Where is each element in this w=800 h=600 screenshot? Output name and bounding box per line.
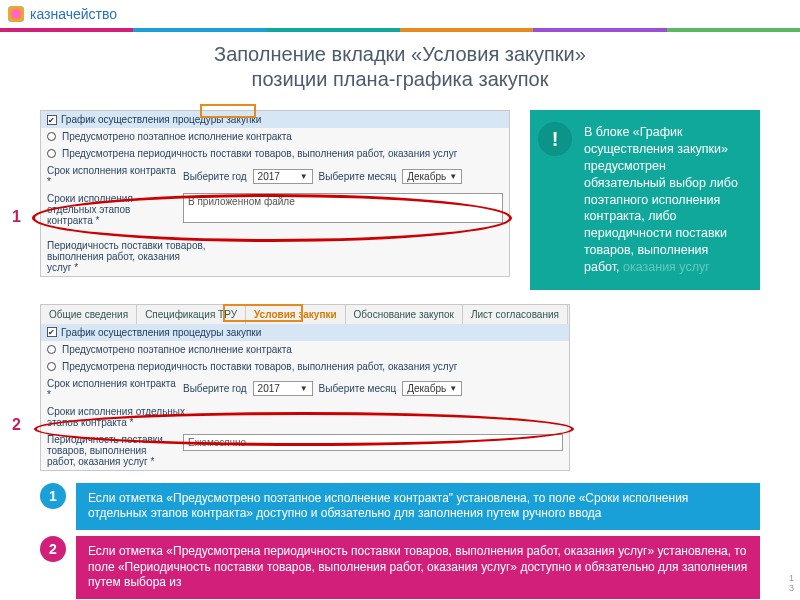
slide-number-b: 3 [789, 584, 794, 594]
note-1-text: Если отметка «Предусмотрено поэтапное ис… [76, 483, 760, 530]
marker-2: 2 [12, 416, 21, 434]
note-1: 1 Если отметка «Предусмотрено поэтапное … [40, 483, 760, 530]
tab-approval[interactable]: Лист согласования [463, 305, 568, 324]
screenshot-1: График осуществления процедуры закупки П… [40, 110, 510, 290]
info-text: В блоке «График осуществления закупки» п… [584, 125, 738, 274]
tab-general[interactable]: Общие сведения [41, 305, 137, 324]
note-2: 2 Если отметка «Предусмотрена периодично… [40, 536, 760, 599]
shot1-header: График осуществления процедуры закупки [41, 111, 509, 128]
year-select[interactable]: 2017▼ [253, 169, 313, 184]
info-text-fade: оказания услуг [623, 260, 710, 274]
slide-title: Заполнение вкладки «Условия закупки» поз… [0, 42, 800, 92]
term-label: Срок исполнения контракта * [47, 165, 177, 187]
year-label2: Выберите год [183, 383, 247, 394]
orange-highlight [200, 104, 256, 118]
period-label: Периодичность поставки товаров, выполнен… [47, 240, 207, 273]
year-select2[interactable]: 2017▼ [253, 381, 313, 396]
brand-logo-icon [8, 6, 24, 22]
radio-icon [47, 362, 56, 371]
red-oval-2 [34, 412, 574, 446]
radio-icon [47, 149, 56, 158]
month-label2: Выберите месяц [319, 383, 397, 394]
note-1-number: 1 [40, 483, 66, 509]
chevron-down-icon: ▼ [300, 172, 308, 181]
shot1-opt1: Предусмотрено поэтапное исполнение контр… [62, 131, 292, 142]
month-select[interactable]: Декабрь▼ [402, 169, 462, 184]
shot2-header-text: График осуществления процедуры закупки [61, 327, 261, 338]
year-value: 2017 [258, 171, 280, 182]
chevron-down-icon: ▼ [449, 172, 457, 181]
note-2-text: Если отметка «Предусмотрена периодичност… [76, 536, 760, 599]
tab-justification[interactable]: Обоснование закупок [346, 305, 463, 324]
screenshot-2: Общие сведения Спецификация ТРУ Условия … [40, 304, 570, 471]
tabs: Общие сведения Спецификация ТРУ Условия … [41, 305, 569, 324]
shot2-opt1: Предусмотрено поэтапное исполнение контр… [62, 344, 292, 355]
year-label: Выберите год [183, 171, 247, 182]
content: График осуществления процедуры закупки П… [0, 110, 800, 599]
topbar: казначейство [0, 0, 800, 28]
radio-icon [47, 345, 56, 354]
brand-text: казначейство [30, 6, 117, 22]
slide-number: 1 3 [789, 574, 794, 594]
month-label: Выберите месяц [319, 171, 397, 182]
chevron-down-icon: ▼ [300, 384, 308, 393]
info-panel: ! В блоке «График осуществления закупки»… [530, 110, 760, 290]
exclamation-icon: ! [538, 122, 572, 156]
title-line1: Заполнение вкладки «Условия закупки» [0, 42, 800, 67]
checkbox-icon [47, 115, 57, 125]
shot2-header: График осуществления процедуры закупки [41, 324, 569, 341]
color-stripes [0, 28, 800, 32]
shot2-opt2: Предусмотрена периодичность поставки тов… [62, 361, 457, 372]
red-oval-1 [32, 194, 512, 242]
marker-1: 1 [12, 208, 21, 226]
note-2-number: 2 [40, 536, 66, 562]
month-select2[interactable]: Декабрь▼ [402, 381, 462, 396]
title-line2: позиции плана-графика закупок [0, 67, 800, 92]
year-value2: 2017 [258, 383, 280, 394]
orange-highlight-tab [223, 304, 303, 322]
term-label2: Срок исполнения контракта * [47, 378, 177, 400]
radio-icon [47, 132, 56, 141]
checkbox-icon [47, 327, 57, 337]
month-value: Декабрь [407, 171, 446, 182]
shot1-opt2: Предусмотрена периодичность поставки тов… [62, 148, 457, 159]
chevron-down-icon: ▼ [449, 384, 457, 393]
month-value2: Декабрь [407, 383, 446, 394]
